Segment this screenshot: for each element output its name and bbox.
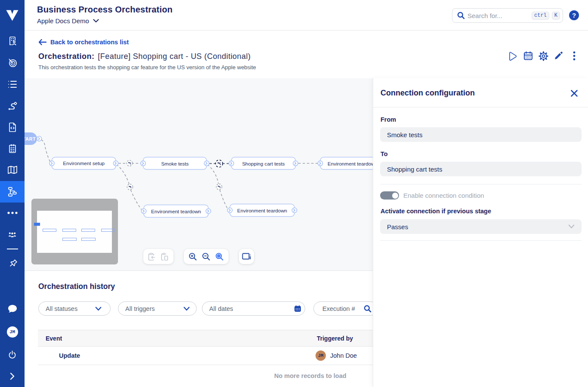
svg-text:Smoke tests: Smoke tests — [161, 161, 189, 166]
svg-text:Environment teardown: Environment teardown — [237, 208, 287, 213]
svg-text:Environment teardown: Environment teardown — [328, 161, 373, 166]
svg-text:Shopping cart tests: Shopping cart tests — [242, 161, 285, 166]
svg-text:Environment teardown: Environment teardown — [151, 209, 201, 214]
svg-text:START: START — [25, 136, 36, 141]
svg-text:Environment setup: Environment setup — [63, 160, 105, 166]
